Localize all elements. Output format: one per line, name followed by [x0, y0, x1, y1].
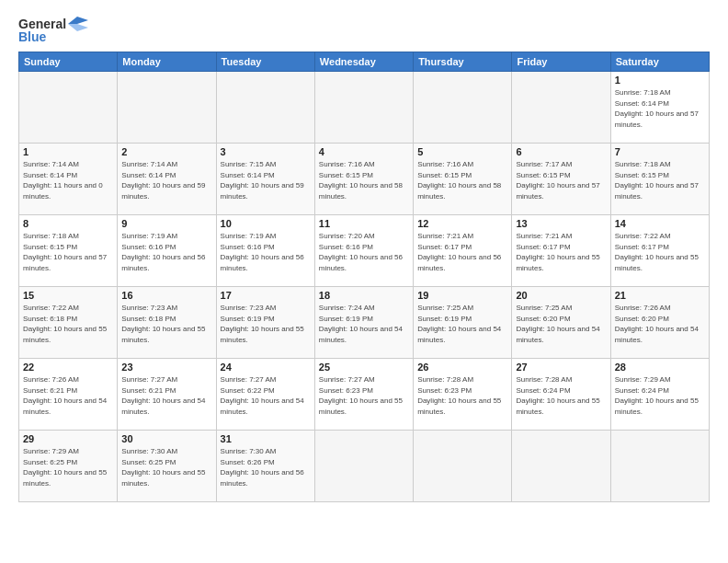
day-number: 14	[615, 218, 705, 229]
day-number: 21	[615, 290, 705, 301]
calendar-cell: 7Sunrise: 7:18 AMSunset: 6:15 PMDaylight…	[610, 144, 709, 215]
svg-marker-1	[68, 24, 88, 31]
calendar-cell	[118, 72, 216, 144]
day-number: 3	[221, 146, 311, 157]
col-header-sunday: Sunday	[19, 52, 118, 72]
calendar-week-row: 22Sunrise: 7:26 AMSunset: 6:21 PMDayligh…	[19, 359, 710, 431]
calendar-cell: 25Sunrise: 7:27 AMSunset: 6:23 PMDayligh…	[314, 359, 413, 431]
logo-text-block: General Blue	[18, 17, 88, 44]
calendar-cell: 17Sunrise: 7:23 AMSunset: 6:19 PMDayligh…	[216, 287, 314, 359]
calendar-cell	[414, 72, 512, 144]
day-number: 28	[615, 362, 705, 373]
day-number: 19	[417, 290, 507, 301]
day-info: Sunrise: 7:27 AMSunset: 6:23 PMDaylight:…	[319, 374, 409, 417]
col-header-saturday: Saturday	[610, 52, 709, 72]
day-number: 16	[121, 290, 211, 301]
col-header-monday: Monday	[118, 52, 216, 72]
day-info: Sunrise: 7:16 AMSunset: 6:15 PMDaylight:…	[319, 159, 409, 201]
col-header-thursday: Thursday	[414, 52, 512, 72]
calendar-cell: 1Sunrise: 7:18 AMSunset: 6:14 PMDaylight…	[610, 72, 709, 144]
day-info: Sunrise: 7:15 AMSunset: 6:14 PMDaylight:…	[221, 159, 311, 201]
day-info: Sunrise: 7:16 AMSunset: 6:15 PMDaylight:…	[417, 159, 507, 201]
calendar-cell	[512, 72, 610, 144]
day-number: 10	[221, 218, 311, 229]
day-info: Sunrise: 7:18 AMSunset: 6:15 PMDaylight:…	[615, 159, 705, 201]
col-header-friday: Friday	[512, 52, 610, 72]
day-number: 13	[516, 218, 606, 229]
calendar-cell: 29Sunrise: 7:29 AMSunset: 6:25 PMDayligh…	[19, 431, 118, 502]
calendar-cell	[216, 72, 314, 144]
calendar-cell	[512, 431, 610, 502]
day-number: 9	[121, 218, 211, 229]
calendar-cell	[414, 431, 512, 502]
calendar-cell: 11Sunrise: 7:20 AMSunset: 6:16 PMDayligh…	[314, 215, 413, 287]
day-number: 29	[23, 433, 113, 444]
calendar-cell: 3Sunrise: 7:15 AMSunset: 6:14 PMDaylight…	[216, 144, 314, 215]
day-number: 26	[417, 362, 507, 373]
calendar-body: 1Sunrise: 7:18 AMSunset: 6:14 PMDaylight…	[19, 72, 710, 502]
day-info: Sunrise: 7:14 AMSunset: 6:14 PMDaylight:…	[23, 159, 113, 201]
day-number: 2	[121, 146, 211, 157]
day-info: Sunrise: 7:28 AMSunset: 6:24 PMDaylight:…	[516, 374, 606, 417]
logo-blue: Blue	[18, 29, 46, 44]
calendar-cell: 28Sunrise: 7:29 AMSunset: 6:24 PMDayligh…	[610, 359, 709, 431]
calendar-header-row: SundayMondayTuesdayWednesdayThursdayFrid…	[19, 52, 710, 72]
calendar-cell	[314, 431, 413, 502]
logo: General Blue	[18, 17, 88, 44]
day-info: Sunrise: 7:26 AMSunset: 6:21 PMDaylight:…	[23, 374, 113, 417]
calendar-cell: 23Sunrise: 7:27 AMSunset: 6:21 PMDayligh…	[118, 359, 216, 431]
calendar-cell: 31Sunrise: 7:30 AMSunset: 6:26 PMDayligh…	[216, 431, 314, 502]
day-number: 7	[615, 146, 705, 157]
calendar-week-row: 15Sunrise: 7:22 AMSunset: 6:18 PMDayligh…	[19, 287, 710, 359]
calendar-cell: 8Sunrise: 7:18 AMSunset: 6:15 PMDaylight…	[19, 215, 118, 287]
day-number: 17	[221, 290, 311, 301]
day-info: Sunrise: 7:18 AMSunset: 6:15 PMDaylight:…	[23, 231, 113, 273]
calendar-cell: 22Sunrise: 7:26 AMSunset: 6:21 PMDayligh…	[19, 359, 118, 431]
calendar-cell: 21Sunrise: 7:26 AMSunset: 6:20 PMDayligh…	[610, 287, 709, 359]
calendar-week-row: 1Sunrise: 7:14 AMSunset: 6:14 PMDaylight…	[19, 144, 710, 215]
logo-bird-icon	[68, 17, 88, 31]
day-info: Sunrise: 7:27 AMSunset: 6:22 PMDaylight:…	[221, 374, 311, 417]
day-number: 18	[319, 290, 409, 301]
calendar-cell	[610, 431, 709, 502]
calendar-cell: 30Sunrise: 7:30 AMSunset: 6:25 PMDayligh…	[118, 431, 216, 502]
page: General Blue SundayMondayTuesdayWednesda…	[0, 0, 728, 563]
day-info: Sunrise: 7:27 AMSunset: 6:21 PMDaylight:…	[121, 374, 211, 417]
svg-marker-0	[68, 17, 88, 24]
day-number: 23	[121, 362, 211, 373]
calendar-cell: 1Sunrise: 7:14 AMSunset: 6:14 PMDaylight…	[19, 144, 118, 215]
calendar-cell: 12Sunrise: 7:21 AMSunset: 6:17 PMDayligh…	[414, 215, 512, 287]
calendar-cell: 18Sunrise: 7:24 AMSunset: 6:19 PMDayligh…	[314, 287, 413, 359]
calendar-cell	[19, 72, 118, 144]
calendar-cell: 15Sunrise: 7:22 AMSunset: 6:18 PMDayligh…	[19, 287, 118, 359]
day-info: Sunrise: 7:29 AMSunset: 6:24 PMDaylight:…	[615, 374, 705, 417]
day-info: Sunrise: 7:24 AMSunset: 6:19 PMDaylight:…	[319, 303, 409, 345]
day-info: Sunrise: 7:22 AMSunset: 6:17 PMDaylight:…	[615, 231, 705, 273]
day-number: 22	[23, 362, 113, 373]
calendar-week-row: 1Sunrise: 7:18 AMSunset: 6:14 PMDaylight…	[19, 72, 710, 144]
day-info: Sunrise: 7:29 AMSunset: 6:25 PMDaylight:…	[23, 446, 113, 488]
calendar-cell: 9Sunrise: 7:19 AMSunset: 6:16 PMDaylight…	[118, 215, 216, 287]
day-number: 4	[319, 146, 409, 157]
day-info: Sunrise: 7:30 AMSunset: 6:26 PMDaylight:…	[221, 446, 311, 488]
day-number: 8	[23, 218, 113, 229]
day-number: 1	[615, 75, 705, 86]
calendar-cell: 26Sunrise: 7:28 AMSunset: 6:23 PMDayligh…	[414, 359, 512, 431]
calendar-cell	[314, 72, 413, 144]
calendar-week-row: 8Sunrise: 7:18 AMSunset: 6:15 PMDaylight…	[19, 215, 710, 287]
day-number: 20	[516, 290, 606, 301]
day-number: 25	[319, 362, 409, 373]
calendar-table: SundayMondayTuesdayWednesdayThursdayFrid…	[18, 52, 710, 502]
header: General Blue	[18, 17, 710, 44]
day-number: 24	[221, 362, 311, 373]
calendar-week-row: 29Sunrise: 7:29 AMSunset: 6:25 PMDayligh…	[19, 431, 710, 502]
day-number: 31	[221, 433, 311, 444]
day-info: Sunrise: 7:23 AMSunset: 6:18 PMDaylight:…	[121, 303, 211, 345]
day-info: Sunrise: 7:14 AMSunset: 6:14 PMDaylight:…	[121, 159, 211, 201]
day-info: Sunrise: 7:22 AMSunset: 6:18 PMDaylight:…	[23, 303, 113, 345]
day-info: Sunrise: 7:20 AMSunset: 6:16 PMDaylight:…	[319, 231, 409, 273]
day-info: Sunrise: 7:25 AMSunset: 6:20 PMDaylight:…	[516, 303, 606, 345]
day-number: 12	[417, 218, 507, 229]
day-info: Sunrise: 7:19 AMSunset: 6:16 PMDaylight:…	[121, 231, 211, 273]
day-info: Sunrise: 7:21 AMSunset: 6:17 PMDaylight:…	[516, 231, 606, 273]
